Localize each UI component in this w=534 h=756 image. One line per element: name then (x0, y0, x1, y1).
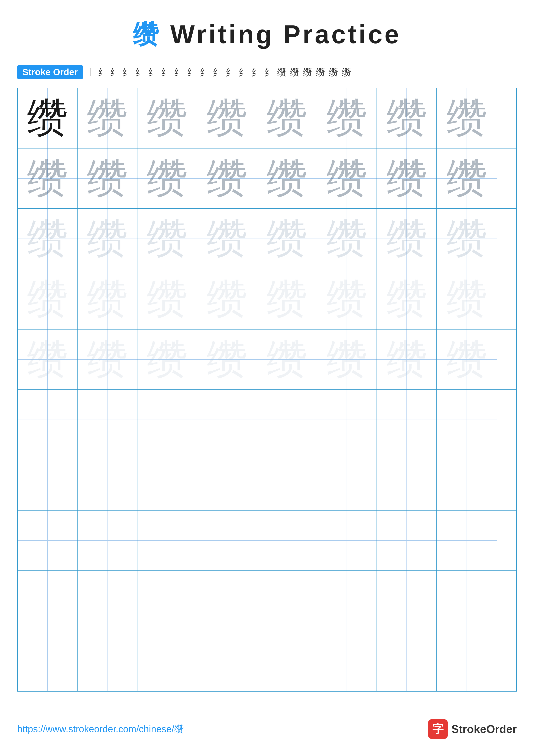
grid-cell-8-3[interactable] (138, 511, 197, 570)
grid-cell-3-1[interactable]: 缵 (18, 209, 78, 269)
grid-cell-3-2[interactable]: 缵 (78, 209, 138, 269)
grid-cell-5-2[interactable]: 缵 (78, 330, 138, 390)
grid-cell-6-4[interactable] (197, 390, 257, 450)
grid-cell-6-5[interactable] (257, 390, 317, 450)
grid-cell-4-8[interactable]: 缵 (437, 269, 497, 329)
practice-char: 缵 (267, 218, 307, 259)
grid-row-10 (18, 631, 516, 691)
grid-cell-4-6[interactable]: 缵 (317, 269, 377, 329)
grid-cell-1-2[interactable]: 缵 (78, 88, 138, 148)
stroke-step-14: 纟 (251, 66, 261, 79)
grid-cell-2-4[interactable]: 缵 (197, 148, 257, 208)
grid-cell-2-5[interactable]: 缵 (257, 148, 317, 208)
grid-cell-2-2[interactable]: 缵 (78, 148, 138, 208)
grid-cell-1-7[interactable]: 缵 (377, 88, 437, 148)
grid-cell-9-6[interactable] (317, 571, 377, 631)
grid-cell-1-6[interactable]: 缵 (317, 88, 377, 148)
grid-cell-9-8[interactable] (437, 571, 497, 631)
grid-cell-7-1[interactable] (18, 450, 78, 510)
stroke-step-17: 缵 (290, 66, 300, 79)
grid-cell-2-8[interactable]: 缵 (437, 148, 497, 208)
grid-cell-5-3[interactable]: 缵 (138, 330, 197, 390)
grid-cell-4-7[interactable]: 缵 (377, 269, 437, 329)
practice-char: 缵 (147, 158, 188, 199)
grid-cell-3-4[interactable]: 缵 (197, 209, 257, 269)
grid-cell-4-2[interactable]: 缵 (78, 269, 138, 329)
grid-cell-3-6[interactable]: 缵 (317, 209, 377, 269)
grid-cell-9-5[interactable] (257, 571, 317, 631)
grid-cell-8-6[interactable] (317, 511, 377, 570)
grid-cell-9-1[interactable] (18, 571, 78, 631)
grid-cell-3-8[interactable]: 缵 (437, 209, 497, 269)
practice-char: 缵 (386, 158, 427, 199)
grid-cell-7-4[interactable] (197, 450, 257, 510)
grid-cell-8-8[interactable] (437, 511, 497, 570)
stroke-step-13: 纟 (239, 66, 248, 79)
grid-cell-7-2[interactable] (78, 450, 138, 510)
grid-cell-6-8[interactable] (437, 390, 497, 450)
grid-cell-6-3[interactable] (138, 390, 197, 450)
stroke-step-9: 纟 (187, 66, 196, 79)
grid-cell-5-8[interactable]: 缵 (437, 330, 497, 390)
grid-cell-3-3[interactable]: 缵 (138, 209, 197, 269)
practice-char: 缵 (147, 339, 188, 380)
grid-cell-3-7[interactable]: 缵 (377, 209, 437, 269)
grid-cell-7-5[interactable] (257, 450, 317, 510)
grid-cell-4-3[interactable]: 缵 (138, 269, 197, 329)
grid-cell-10-4[interactable] (197, 631, 257, 691)
grid-cell-5-7[interactable]: 缵 (377, 330, 437, 390)
grid-cell-5-4[interactable]: 缵 (197, 330, 257, 390)
stroke-step-12: 纟 (225, 66, 235, 79)
grid-cell-6-6[interactable] (317, 390, 377, 450)
grid-cell-7-7[interactable] (377, 450, 437, 510)
practice-char: 缵 (207, 97, 247, 139)
grid-cell-8-7[interactable] (377, 511, 437, 570)
grid-cell-9-3[interactable] (138, 571, 197, 631)
grid-cell-6-2[interactable] (78, 390, 138, 450)
practice-char: 缵 (326, 339, 367, 380)
practice-char: 缵 (267, 279, 307, 320)
grid-cell-1-5[interactable]: 缵 (257, 88, 317, 148)
grid-cell-4-1[interactable]: 缵 (18, 269, 78, 329)
grid-cell-2-1[interactable]: 缵 (18, 148, 78, 208)
grid-cell-8-2[interactable] (78, 511, 138, 570)
grid-cell-1-4[interactable]: 缵 (197, 88, 257, 148)
grid-cell-9-4[interactable] (197, 571, 257, 631)
grid-cell-2-7[interactable]: 缵 (377, 148, 437, 208)
grid-cell-5-5[interactable]: 缵 (257, 330, 317, 390)
stroke-step-21: 缵 (342, 66, 351, 79)
grid-cell-2-6[interactable]: 缵 (317, 148, 377, 208)
grid-cell-10-6[interactable] (317, 631, 377, 691)
practice-char: 缵 (27, 97, 68, 139)
practice-char: 缵 (446, 97, 487, 139)
grid-cell-10-8[interactable] (437, 631, 497, 691)
grid-cell-6-1[interactable] (18, 390, 78, 450)
grid-cell-2-3[interactable]: 缵 (138, 148, 197, 208)
grid-cell-5-6[interactable]: 缵 (317, 330, 377, 390)
grid-cell-1-1[interactable]: 缵 (18, 88, 78, 148)
grid-cell-1-8[interactable]: 缵 (437, 88, 497, 148)
grid-cell-1-3[interactable]: 缵 (138, 88, 197, 148)
grid-cell-9-2[interactable] (78, 571, 138, 631)
grid-cell-10-7[interactable] (377, 631, 437, 691)
grid-cell-5-1[interactable]: 缵 (18, 330, 78, 390)
grid-cell-7-6[interactable] (317, 450, 377, 510)
grid-cell-6-7[interactable] (377, 390, 437, 450)
grid-cell-7-8[interactable] (437, 450, 497, 510)
grid-cell-3-5[interactable]: 缵 (257, 209, 317, 269)
grid-cell-8-1[interactable] (18, 511, 78, 570)
grid-row-9 (18, 571, 516, 631)
stroke-step-4: 纟 (122, 66, 132, 79)
grid-cell-4-5[interactable]: 缵 (257, 269, 317, 329)
grid-cell-8-5[interactable] (257, 511, 317, 570)
practice-char: 缵 (446, 279, 487, 320)
footer-url[interactable]: https://www.strokeorder.com/chinese/缵 (17, 723, 184, 736)
grid-cell-8-4[interactable] (197, 511, 257, 570)
grid-cell-10-1[interactable] (18, 631, 78, 691)
grid-cell-10-2[interactable] (78, 631, 138, 691)
grid-cell-4-4[interactable]: 缵 (197, 269, 257, 329)
grid-cell-7-3[interactable] (138, 450, 197, 510)
grid-cell-9-7[interactable] (377, 571, 437, 631)
grid-cell-10-3[interactable] (138, 631, 197, 691)
grid-cell-10-5[interactable] (257, 631, 317, 691)
